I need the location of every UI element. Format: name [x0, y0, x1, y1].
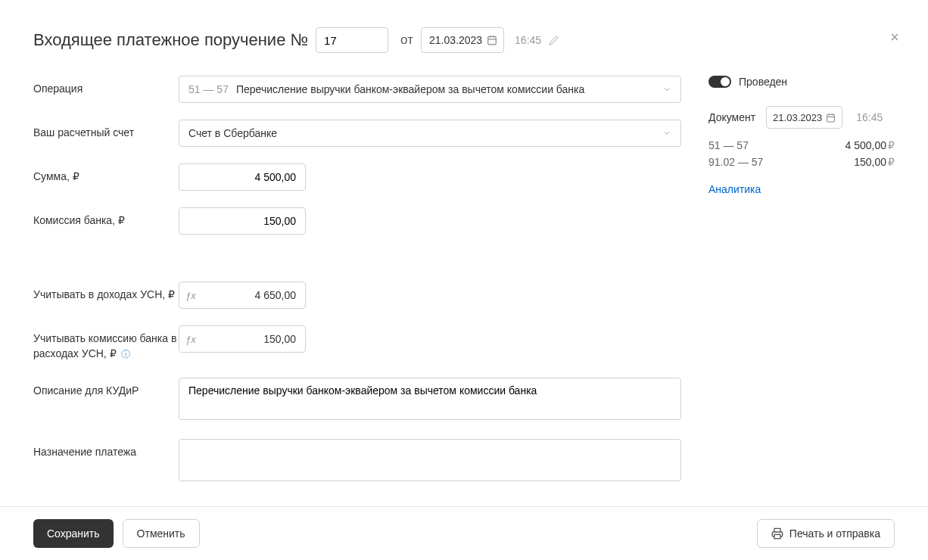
amount-input[interactable]: [179, 163, 306, 191]
calendar-icon: [487, 35, 497, 45]
print-label: Печать и отправка: [789, 527, 880, 540]
usn-income-label: Учитывать в доходах УСН, ₽: [33, 282, 179, 303]
modal-header: Входящее платежное поручение № от 21.03.…: [0, 0, 928, 53]
operation-select[interactable]: 51 — 57 Перечисление выручки банком-эква…: [179, 76, 681, 103]
entry-amount: 150,00: [854, 156, 886, 168]
entry-row: 91.02 — 57 150,00₽: [708, 156, 895, 168]
entry-row: 51 — 57 4 500,00₽: [708, 139, 895, 151]
footer: Сохранить Отменить Печать и отправка: [0, 506, 928, 560]
document-number-input[interactable]: [316, 27, 388, 53]
document-time: 16:45: [515, 34, 541, 46]
account-label: Ваш расчетный счет: [33, 120, 179, 141]
analytics-link[interactable]: Аналитика: [708, 183, 761, 195]
usn-expense-input[interactable]: ƒx 150,00: [179, 325, 306, 353]
usn-expense-label: Учитывать комиссию банка в расходах УСН,…: [33, 325, 179, 361]
posted-label: Проведен: [739, 76, 787, 88]
from-label: от: [400, 33, 413, 48]
fx-icon: ƒx: [179, 290, 202, 301]
close-button[interactable]: [889, 29, 901, 45]
entry-code: 51 — 57: [708, 139, 749, 151]
edit-time-icon[interactable]: [549, 36, 559, 45]
operation-code: 51 — 57: [188, 83, 229, 95]
date-value: 21.03.2023: [429, 34, 482, 46]
page-title: Входящее платежное поручение №: [33, 30, 308, 50]
side-date-value: 21.03.2023: [773, 112, 822, 123]
usn-income-value: 4 650,00: [202, 289, 305, 301]
kudir-label: Описание для КУДиР: [33, 378, 179, 399]
operation-label: Операция: [33, 76, 179, 97]
commission-label: Комиссия банка, ₽: [33, 207, 179, 229]
svg-rect-0: [488, 36, 497, 45]
edit-time-icon[interactable]: [893, 113, 895, 122]
entry-amount: 4 500,00: [845, 139, 887, 151]
usn-expense-value: 150,00: [202, 333, 305, 345]
kudir-textarea[interactable]: [179, 378, 681, 420]
amount-label: Сумма, ₽: [33, 163, 179, 185]
purpose-label: Назначение платежа: [33, 439, 179, 460]
side-date-input[interactable]: 21.03.2023: [766, 106, 842, 129]
form-column: Операция 51 — 57 Перечисление выручки ба…: [33, 76, 681, 506]
usn-income-input[interactable]: ƒx 4 650,00: [179, 282, 306, 309]
chevron-down-icon: [662, 85, 671, 94]
close-icon: [889, 31, 901, 43]
fx-icon: ƒx: [179, 334, 202, 345]
cancel-button[interactable]: Отменить: [123, 519, 200, 548]
account-select[interactable]: Счет в Сбербанке: [179, 120, 681, 147]
posted-toggle[interactable]: [708, 76, 731, 88]
svg-rect-6: [827, 114, 835, 122]
side-time: 16:45: [856, 111, 883, 123]
document-label: Документ: [708, 111, 755, 123]
purpose-textarea[interactable]: [179, 439, 681, 481]
calendar-icon: [826, 113, 836, 123]
info-icon[interactable]: ⓘ: [121, 349, 130, 359]
side-column: Проведен Документ 21.03.2023 16:45 51 — …: [708, 76, 895, 506]
print-send-button[interactable]: Печать и отправка: [757, 519, 895, 548]
operation-text: Перечисление выручки банком-эквайером за…: [236, 83, 584, 95]
chevron-down-icon: [662, 129, 671, 138]
commission-input[interactable]: [179, 207, 306, 235]
account-value: Счет в Сбербанке: [188, 127, 277, 139]
entry-code: 91.02 — 57: [708, 156, 763, 168]
save-button[interactable]: Сохранить: [33, 519, 114, 548]
document-date-input[interactable]: 21.03.2023: [421, 27, 504, 53]
svg-rect-10: [774, 534, 780, 538]
printer-icon: [771, 527, 783, 540]
